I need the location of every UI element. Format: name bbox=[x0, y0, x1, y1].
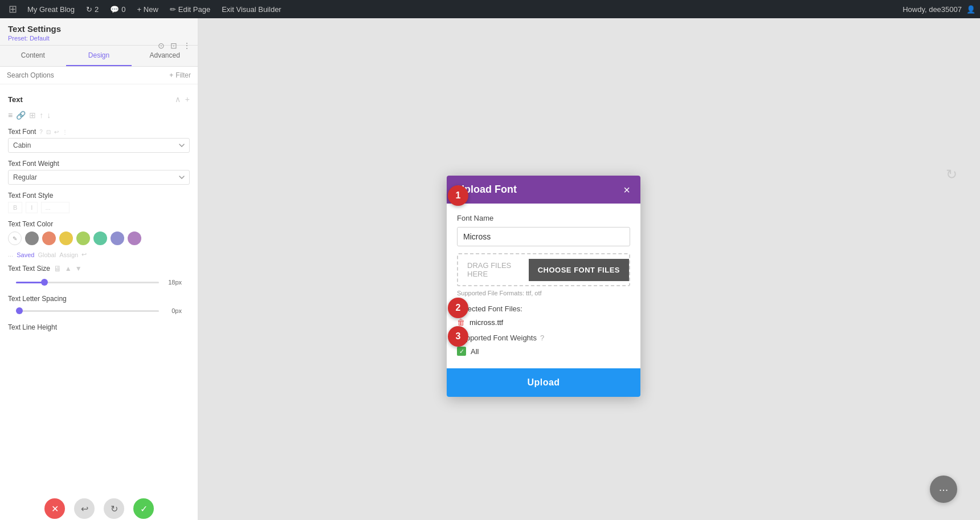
step-3-bubble: 3 bbox=[448, 326, 468, 347]
color-lime[interactable] bbox=[76, 231, 90, 245]
drag-files-label: DRAG FILES HERE bbox=[458, 254, 529, 285]
text-color-section: Text Text Color ✎ bbox=[0, 217, 198, 249]
font-weights-help-icon[interactable]: ? bbox=[540, 334, 544, 342]
admin-bar-exit-builder[interactable]: Exit Visual Builder bbox=[217, 0, 286, 18]
assign-button[interactable]: Assign bbox=[59, 251, 78, 258]
filter-label: Filter bbox=[175, 71, 191, 79]
all-weights-row: ✓ All bbox=[457, 347, 630, 364]
wp-logo[interactable]: ⊞ bbox=[5, 1, 21, 17]
admin-bar-right: Howdy, dee35007 👤 bbox=[903, 5, 975, 14]
text-size-thumb[interactable] bbox=[41, 279, 48, 286]
copy-icon[interactable]: ⊡ bbox=[46, 129, 51, 135]
color-lavender[interactable] bbox=[111, 231, 124, 245]
search-input[interactable] bbox=[7, 71, 165, 79]
align-left-button[interactable]: ≡ bbox=[8, 111, 13, 120]
tab-design[interactable]: Design bbox=[66, 46, 132, 66]
reset-icon[interactable]: ↩ bbox=[54, 129, 59, 135]
font-name-input[interactable] bbox=[457, 227, 630, 246]
step-2-bubble: 2 bbox=[448, 298, 468, 318]
text-font-style-label: Text Font Style bbox=[8, 192, 190, 200]
refresh-toolbar-button[interactable]: ↻ bbox=[104, 498, 124, 519]
add-section-button[interactable]: + bbox=[185, 95, 190, 104]
color-purple-swatch[interactable] bbox=[128, 231, 141, 245]
admin-bar-blog[interactable]: My Great Blog bbox=[23, 0, 79, 18]
letter-spacing-label: Text Letter Spacing bbox=[8, 295, 190, 303]
upload-font-modal: Upload Font × Font Name DRAG FILES HERE … bbox=[447, 176, 640, 397]
bottom-toolbar: ✕ ↩ ↻ ✓ bbox=[0, 497, 198, 520]
comments-icon: 💬 bbox=[110, 5, 119, 14]
admin-bar-comments[interactable]: 💬 0 bbox=[105, 0, 130, 18]
dots-label: ... bbox=[8, 251, 13, 258]
comments-count: 0 bbox=[121, 5, 125, 14]
wp-logo-icon: ⊞ bbox=[9, 3, 17, 15]
color-gray[interactable] bbox=[25, 231, 39, 245]
help-icon[interactable]: ? bbox=[39, 129, 43, 135]
left-sidebar: Text Settings Preset: Default ⊙ ⊡ ⋮ Cont… bbox=[0, 18, 198, 520]
close-toolbar-button[interactable]: ✕ bbox=[44, 498, 65, 519]
all-weights-label: All bbox=[471, 347, 479, 356]
global-button[interactable]: Global bbox=[38, 251, 56, 258]
size-up-button[interactable]: ▲ bbox=[65, 265, 72, 273]
font-weights-label: Supported Font Weights ? bbox=[457, 334, 630, 342]
revisions-count: 2 bbox=[95, 5, 99, 14]
save-toolbar-button[interactable]: ✓ bbox=[133, 498, 154, 519]
text-font-select[interactable]: Cabin bbox=[8, 138, 190, 153]
letter-spacing-track[interactable] bbox=[16, 310, 159, 312]
modal-overlay: 1 2 3 Upload Font × Font Name bbox=[198, 18, 980, 520]
font-style-input[interactable] bbox=[41, 202, 70, 213]
section-actions: ∧ + bbox=[175, 95, 190, 104]
exit-builder-label: Exit Visual Builder bbox=[222, 5, 281, 14]
minimize-button[interactable]: ⊙ bbox=[157, 40, 166, 51]
color-salmon[interactable] bbox=[42, 231, 56, 245]
text-size-track[interactable] bbox=[16, 282, 159, 283]
size-down-button[interactable]: ▼ bbox=[75, 265, 82, 273]
align-option5-button[interactable]: ↓ bbox=[47, 111, 51, 120]
trash-icon[interactable]: 🗑 bbox=[457, 318, 465, 327]
text-section-header: Text ∧ + bbox=[0, 90, 198, 108]
admin-bar: ⊞ My Great Blog ↻ 2 💬 0 + New ✏ Edit Pag… bbox=[0, 0, 980, 18]
monitor-icon[interactable]: 🖥 bbox=[54, 264, 62, 273]
edit-icon: ✏ bbox=[170, 5, 176, 14]
font-style-btn2[interactable]: I bbox=[26, 202, 38, 213]
step-1-bubble: 1 bbox=[448, 185, 468, 206]
reset-toolbar-button[interactable]: ↩ bbox=[74, 498, 95, 519]
plus-icon: + bbox=[169, 71, 173, 79]
howdy-text: Howdy, dee35007 bbox=[903, 5, 962, 14]
upload-button[interactable]: Upload bbox=[447, 368, 640, 397]
blog-name: My Great Blog bbox=[27, 5, 75, 14]
letter-spacing-slider-row: 0px bbox=[8, 305, 190, 316]
text-font-weight-select[interactable]: Regular bbox=[8, 170, 190, 185]
more-icon[interactable]: ⋮ bbox=[62, 129, 68, 135]
filter-button[interactable]: + Filter bbox=[169, 71, 191, 79]
admin-bar-revisions[interactable]: ↻ 2 bbox=[81, 0, 103, 18]
choose-font-files-button[interactable]: CHOOSE FONT FILES bbox=[529, 259, 629, 281]
tab-content[interactable]: Content bbox=[0, 46, 66, 66]
expand-button[interactable]: ⊡ bbox=[169, 40, 178, 51]
font-style-controls: B I bbox=[8, 202, 190, 213]
all-weights-checkbox[interactable]: ✓ bbox=[457, 347, 466, 356]
selected-file-item: 🗑 micross.ttf bbox=[457, 318, 630, 327]
more-options-button[interactable]: ⋮ bbox=[182, 40, 192, 51]
supported-formats: Supported File Formats: ttf, otf bbox=[457, 290, 630, 296]
reset-all-button[interactable]: ↩ bbox=[81, 251, 87, 258]
color-mint[interactable] bbox=[93, 231, 107, 245]
font-style-btn1[interactable]: B bbox=[8, 202, 22, 213]
text-font-label: Text Font ? ⊡ ↩ ⋮ bbox=[8, 128, 190, 136]
text-section-title: Text bbox=[8, 95, 23, 104]
text-size-fill bbox=[16, 282, 44, 283]
modal-close-button[interactable]: × bbox=[623, 184, 630, 196]
saved-button[interactable]: Saved bbox=[17, 251, 34, 258]
modal-footer: Upload bbox=[447, 368, 640, 397]
revisions-icon: ↻ bbox=[86, 5, 92, 14]
collapse-section-button[interactable]: ∧ bbox=[175, 95, 181, 104]
letter-spacing-thumb[interactable] bbox=[16, 307, 23, 314]
align-option3-button[interactable]: ⊞ bbox=[29, 111, 36, 120]
admin-bar-edit-page[interactable]: ✏ Edit Page bbox=[165, 0, 215, 18]
align-link-button[interactable]: 🔗 bbox=[16, 111, 26, 120]
sidebar-title: Text Settings bbox=[8, 24, 190, 34]
align-option4-button[interactable]: ↑ bbox=[39, 111, 43, 120]
avatar-icon: 👤 bbox=[966, 5, 975, 14]
admin-bar-new[interactable]: + New bbox=[133, 0, 163, 18]
color-pencil[interactable]: ✎ bbox=[8, 231, 22, 245]
color-yellow[interactable] bbox=[59, 231, 73, 245]
